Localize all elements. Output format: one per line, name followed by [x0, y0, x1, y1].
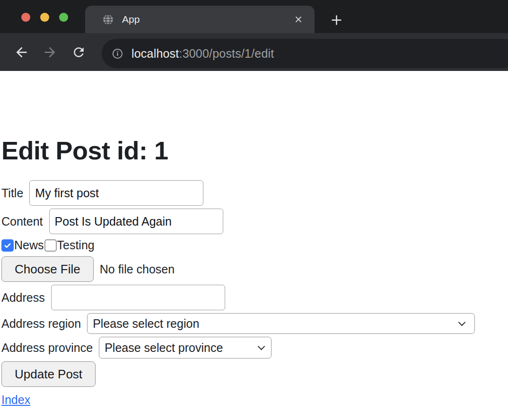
- submit-row: Update Post: [1, 361, 508, 387]
- province-row: Address province Please select province: [1, 337, 508, 359]
- file-status-text: No file chosen: [100, 262, 175, 276]
- address-input[interactable]: [51, 285, 225, 310]
- checkbox-testing[interactable]: [44, 239, 57, 252]
- title-label: Title: [1, 186, 23, 200]
- choose-file-button[interactable]: Choose File: [1, 256, 94, 282]
- categories-row: News Testing: [1, 238, 508, 252]
- title-input[interactable]: [29, 180, 203, 206]
- content-label: Content: [1, 215, 43, 228]
- title-row: Title: [1, 180, 508, 206]
- back-arrow-icon[interactable]: [14, 44, 29, 60]
- region-select-wrap: Please select region: [87, 313, 475, 334]
- file-row: Choose File No file chosen: [1, 256, 508, 282]
- province-select[interactable]: Please select province: [99, 337, 272, 359]
- checkbox-news[interactable]: [1, 239, 14, 252]
- address-label: Address: [1, 291, 45, 305]
- window-controls: [21, 13, 68, 22]
- checkbox-news-label: News: [14, 238, 44, 252]
- index-link[interactable]: Index: [1, 393, 30, 407]
- address-bar[interactable]: localhost:3000/posts/1/edit: [102, 39, 508, 68]
- browser-chrome: App localhost:3000/posts/1/edit: [0, 0, 508, 71]
- globe-icon: [102, 14, 114, 26]
- index-row: Index: [1, 393, 508, 407]
- province-label: Address province: [1, 341, 93, 355]
- forward-arrow-icon[interactable]: [42, 44, 58, 60]
- region-row: Address region Please select region: [1, 313, 508, 334]
- address-row: Address: [1, 285, 508, 310]
- province-select-wrap: Please select province: [99, 337, 272, 359]
- content-row: Content: [1, 209, 508, 234]
- checkmark-icon: [3, 241, 12, 250]
- content-input[interactable]: [49, 209, 223, 234]
- browser-tab[interactable]: App: [85, 6, 315, 33]
- reload-icon[interactable]: [71, 45, 86, 60]
- update-post-button[interactable]: Update Post: [1, 361, 96, 387]
- window-close-button[interactable]: [21, 13, 30, 22]
- url-text: localhost:3000/posts/1/edit: [131, 47, 274, 61]
- checkbox-testing-label: Testing: [57, 238, 95, 252]
- region-select[interactable]: Please select region: [87, 313, 475, 334]
- tab-title: App: [122, 14, 140, 25]
- url-host: localhost: [131, 47, 179, 60]
- region-label: Address region: [1, 317, 81, 331]
- page-title: Edit Post id: 1: [1, 71, 508, 165]
- url-path: :3000/posts/1/edit: [179, 47, 274, 60]
- info-icon[interactable]: [112, 48, 123, 60]
- tab-strip: App: [0, 0, 508, 33]
- tab-close-icon[interactable]: [294, 15, 303, 24]
- window-zoom-button[interactable]: [59, 13, 68, 22]
- new-tab-icon[interactable]: [330, 14, 343, 26]
- window-minimize-button[interactable]: [40, 13, 49, 22]
- page-content: Edit Post id: 1 Title Content News Testi…: [0, 71, 508, 420]
